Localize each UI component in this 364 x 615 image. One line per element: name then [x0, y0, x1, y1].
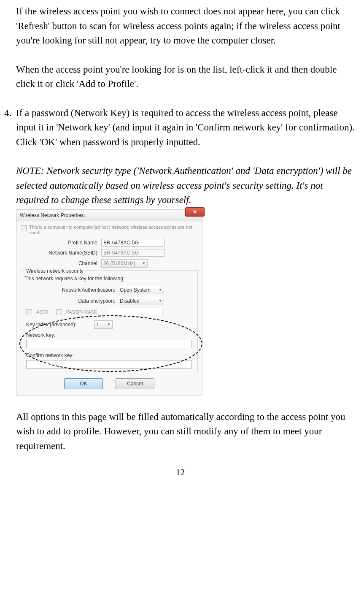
keyindex-label: Key index (advanced):	[24, 321, 94, 328]
passphrase-label: PASSPHRASE	[66, 309, 97, 316]
channel-value: 36 (5180MHz)	[103, 260, 135, 267]
ok-button-label: OK	[80, 380, 87, 387]
networkkey-label: Network key:	[24, 331, 194, 339]
paragraph-list-click: When the access point you're looking for…	[16, 62, 356, 92]
dialog-title: Wireless Network Properties:	[20, 211, 85, 219]
ascii-label: ASCII	[36, 309, 49, 316]
security-group-note: This network requires a key for the foll…	[24, 275, 194, 282]
encryption-value: Disabled	[120, 297, 140, 305]
chevron-down-icon: ▼	[159, 298, 162, 303]
page-number: 12	[4, 466, 356, 480]
list-number-4: 4.	[4, 106, 16, 150]
channel-label: Channel:	[21, 260, 101, 267]
cancel-button[interactable]: Cancel	[116, 378, 154, 389]
auth-label: Network Authentication:	[24, 286, 118, 294]
ssid-input: BR-6478AC-5G	[101, 249, 164, 257]
networkkey-input[interactable]	[26, 340, 191, 348]
security-group-title: Wireless network security	[24, 267, 85, 275]
chevron-down-icon: ▼	[107, 322, 111, 327]
adhoc-label: This is a computer-to-computer(ad hoc) n…	[29, 225, 198, 236]
profile-name-input[interactable]: BR-6478AC-5G	[101, 239, 164, 247]
adhoc-checkbox[interactable]	[21, 225, 27, 231]
paragraph-autofill: All options in this page will be filled …	[16, 410, 356, 454]
chevron-down-icon: ▼	[142, 261, 146, 266]
wireless-properties-dialog: Wireless Network Properties: ✕ This is a…	[16, 209, 202, 396]
close-icon: ✕	[193, 208, 197, 216]
ssid-value: BR-6478AC-5G	[103, 249, 139, 257]
passphrase-input[interactable]	[107, 308, 162, 316]
paragraph-password: If a password (Network Key) is required …	[16, 106, 356, 150]
ssid-label: Network Name(SSID):	[21, 249, 101, 257]
close-button[interactable]: ✕	[185, 207, 205, 217]
auth-dropdown[interactable]: Open System ▼	[118, 286, 164, 294]
note-paragraph: NOTE: Network security type ('Network Au…	[16, 164, 356, 208]
auth-value: Open System	[120, 286, 151, 294]
profile-name-label: Profile Name:	[21, 239, 101, 247]
profile-name-value: BR-6478AC-5G	[103, 239, 139, 247]
dialog-titlebar: Wireless Network Properties: ✕	[16, 210, 202, 221]
paragraph-refresh: If the wireless access point you wish to…	[16, 4, 356, 48]
keyindex-dropdown[interactable]: 1 ▼	[94, 320, 113, 329]
ascii-checkbox[interactable]	[26, 309, 32, 315]
security-groupbox: Wireless network security This network r…	[21, 270, 198, 373]
confirmkey-label: Confirm network key:	[24, 352, 194, 359]
ok-button[interactable]: OK	[64, 378, 103, 389]
keyindex-value: 1	[96, 321, 99, 328]
encryption-dropdown[interactable]: Disabled ▼	[118, 297, 164, 305]
passphrase-checkbox[interactable]	[56, 309, 62, 315]
cancel-button-label: Cancel	[127, 380, 143, 387]
chevron-down-icon: ▼	[159, 287, 162, 293]
encryption-label: Data encryption:	[24, 297, 118, 305]
channel-dropdown: 36 (5180MHz) ▼	[101, 259, 148, 268]
confirmkey-input[interactable]	[26, 360, 191, 368]
